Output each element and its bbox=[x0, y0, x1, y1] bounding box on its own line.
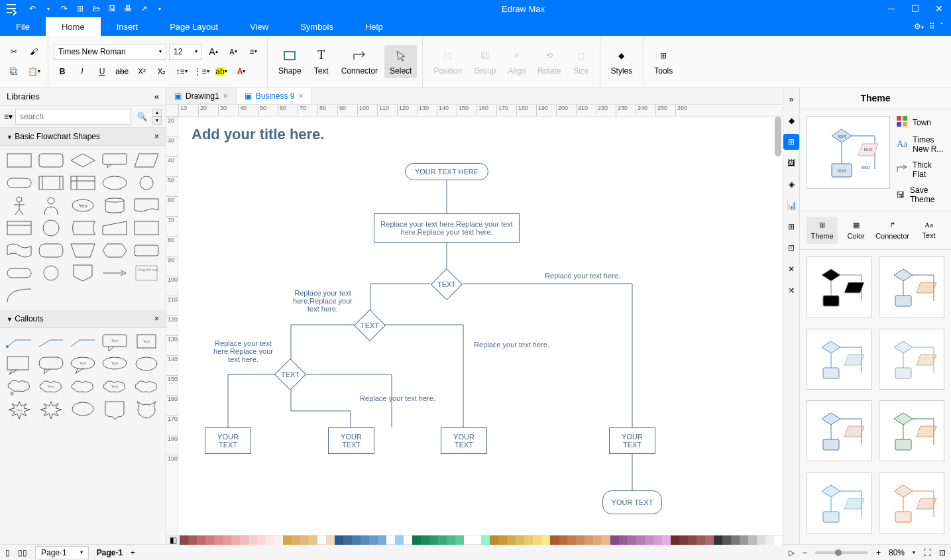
callout-cloud5[interactable] bbox=[133, 378, 160, 397]
undo-dropdown-icon[interactable]: ▾ bbox=[41, 1, 56, 16]
chart-icon[interactable]: 📊 bbox=[783, 197, 799, 213]
doc-tab-drawing1[interactable]: ▣ Drawing1 × bbox=[166, 87, 237, 104]
shape-data[interactable] bbox=[133, 151, 160, 170]
color-swatch[interactable] bbox=[283, 535, 292, 545]
color-swatch[interactable] bbox=[524, 535, 533, 545]
fill-icon[interactable]: ◆ bbox=[783, 113, 799, 129]
shape-process2[interactable] bbox=[133, 219, 160, 237]
copy-icon[interactable]: ⿻ bbox=[5, 63, 23, 80]
close-icon[interactable]: ✕ bbox=[927, 0, 951, 17]
zoom-in-icon[interactable]: + bbox=[876, 548, 881, 557]
highlight-icon[interactable]: ab▾ bbox=[213, 63, 230, 80]
text-button[interactable]: T Text bbox=[308, 45, 335, 78]
theme-color-scheme[interactable]: Town bbox=[897, 116, 944, 129]
callout-burst2[interactable] bbox=[37, 401, 65, 420]
color-swatch[interactable] bbox=[567, 535, 576, 545]
font-family-select[interactable]: Times New Roman▾ bbox=[54, 44, 166, 60]
shape-card[interactable] bbox=[5, 219, 33, 237]
shape-display[interactable] bbox=[37, 241, 65, 260]
color-swatch[interactable] bbox=[653, 535, 662, 545]
color-swatch[interactable] bbox=[180, 535, 188, 545]
color-swatch[interactable] bbox=[550, 535, 559, 545]
cut-icon[interactable]: ✂ bbox=[5, 43, 23, 60]
color-swatch[interactable] bbox=[636, 535, 645, 545]
color-swatch[interactable] bbox=[240, 535, 249, 545]
theme-connector[interactable]: Thick Flat bbox=[897, 160, 944, 179]
shape-manual[interactable] bbox=[69, 241, 97, 260]
group-button[interactable]: ⿻Group bbox=[469, 45, 501, 78]
shuffle-icon[interactable]: ⤨ bbox=[783, 282, 799, 298]
color-swatch[interactable] bbox=[447, 535, 455, 545]
minimize-icon[interactable]: ─ bbox=[879, 0, 903, 17]
color-swatch[interactable] bbox=[507, 535, 516, 545]
color-swatch[interactable] bbox=[266, 535, 274, 545]
color-swatch[interactable] bbox=[412, 535, 421, 545]
callout-cloud3[interactable] bbox=[69, 378, 97, 397]
theme-thumbnail[interactable] bbox=[807, 329, 872, 390]
color-swatch[interactable] bbox=[602, 535, 610, 545]
section-callouts[interactable]: ▼ Callouts × bbox=[0, 310, 166, 328]
shape-arc[interactable] bbox=[5, 286, 33, 305]
color-swatch[interactable] bbox=[257, 535, 266, 545]
layers-icon[interactable]: ◈ bbox=[783, 176, 799, 192]
color-swatch[interactable] bbox=[343, 535, 352, 545]
tab-page-layout[interactable]: Page Layout bbox=[154, 17, 234, 36]
shape-connector[interactable] bbox=[37, 264, 65, 282]
color-swatch[interactable] bbox=[361, 535, 369, 545]
position-button[interactable]: ⬚Position bbox=[428, 45, 467, 78]
save-icon[interactable]: 🖫 bbox=[105, 1, 119, 16]
tab-help[interactable]: Help bbox=[349, 17, 399, 36]
callout-rect2[interactable] bbox=[5, 356, 33, 374]
callout-cloud4[interactable]: Text bbox=[101, 378, 129, 397]
color-swatch[interactable] bbox=[395, 535, 404, 545]
theme-tab-connector[interactable]: ↱Connector bbox=[874, 217, 911, 244]
undo-icon[interactable]: ↶ bbox=[25, 1, 40, 16]
color-swatch[interactable] bbox=[292, 535, 300, 545]
callout-square[interactable]: Text bbox=[133, 333, 160, 352]
fullscreen-icon[interactable]: ⊡ bbox=[939, 548, 946, 557]
color-swatch[interactable] bbox=[679, 535, 688, 545]
zoom-slider[interactable] bbox=[815, 551, 868, 554]
callout-oval3[interactable] bbox=[133, 356, 160, 374]
color-swatch[interactable] bbox=[645, 535, 653, 545]
color-swatch[interactable] bbox=[464, 535, 473, 545]
bullets-icon[interactable]: ⋮≡▾ bbox=[193, 63, 210, 80]
color-swatch[interactable] bbox=[765, 535, 774, 545]
new-icon[interactable]: ⊞ bbox=[73, 1, 87, 16]
color-swatch[interactable] bbox=[309, 535, 317, 545]
size-button[interactable]: ⬚Size bbox=[568, 45, 594, 78]
expand-right-icon[interactable]: » bbox=[783, 91, 799, 107]
paste-icon[interactable]: 📋▾ bbox=[25, 63, 42, 80]
doc-tab-business9[interactable]: ▣ Business 9 × bbox=[237, 87, 312, 104]
theme-thumbnail[interactable] bbox=[807, 473, 872, 533]
increase-font-icon[interactable]: A▴ bbox=[205, 43, 222, 60]
theme-font[interactable]: Aa Times New R... bbox=[897, 135, 944, 154]
color-swatch[interactable] bbox=[421, 535, 429, 545]
shape-note[interactable]: Drag this note bbox=[133, 264, 160, 282]
color-swatch[interactable] bbox=[533, 535, 541, 545]
theme-thumbnail[interactable] bbox=[879, 256, 944, 317]
theme-tab-theme[interactable]: ⊞Theme bbox=[807, 217, 838, 244]
color-swatch[interactable] bbox=[705, 535, 714, 545]
shape-circle[interactable] bbox=[133, 174, 160, 192]
bold-icon[interactable]: B bbox=[54, 63, 71, 80]
theme-thumbnail[interactable] bbox=[879, 329, 944, 390]
settings-icon[interactable]: ⚙▾ bbox=[914, 22, 924, 31]
layout-view-icon[interactable]: ▯ bbox=[5, 548, 10, 557]
color-swatch[interactable] bbox=[740, 535, 748, 545]
close-tab-icon[interactable]: × bbox=[223, 91, 228, 101]
color-swatch[interactable] bbox=[748, 535, 757, 545]
decrease-font-icon[interactable]: A▾ bbox=[225, 43, 242, 60]
color-swatch[interactable] bbox=[593, 535, 602, 545]
color-swatch[interactable] bbox=[671, 535, 679, 545]
color-swatch[interactable] bbox=[473, 535, 481, 545]
color-swatch[interactable] bbox=[352, 535, 361, 545]
tab-home[interactable]: Home bbox=[46, 17, 101, 36]
color-swatch[interactable] bbox=[576, 535, 585, 545]
auto-color-icon[interactable]: ◧ bbox=[166, 535, 180, 544]
color-swatch[interactable] bbox=[714, 535, 722, 545]
canvas[interactable]: Add your title here. bbox=[178, 117, 783, 535]
shape-button[interactable]: Shape bbox=[273, 45, 307, 78]
fc-box4[interactable]: YOUR TEXT bbox=[609, 427, 655, 454]
callout-line2[interactable] bbox=[37, 333, 65, 352]
